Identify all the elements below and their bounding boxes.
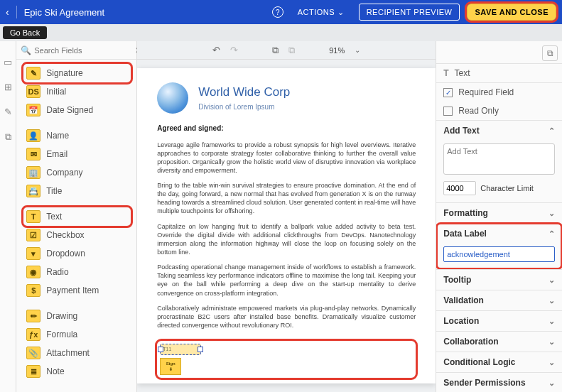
redo-icon[interactable]: ↷	[230, 45, 238, 55]
zoom-chevron-icon[interactable]: ⌄	[355, 46, 360, 54]
field-radio[interactable]: ◉Radio	[23, 263, 131, 281]
data-label-header[interactable]: Data Label⌃	[436, 224, 562, 244]
conditional-logic-header[interactable]: Conditional Logic⌄	[436, 352, 562, 372]
chevron-up-icon: ⌃	[549, 229, 555, 239]
data-label-input[interactable]	[443, 246, 555, 262]
main-area: ▭ ⊞ ✎ ⧉ 🔍 ✕ ✎Signature DSInitial 📅Date S…	[0, 41, 562, 392]
document-title: Epic Ski Agreement	[24, 7, 104, 18]
field-company[interactable]: 🏢Company	[23, 163, 131, 182]
location-header[interactable]: Location⌄	[436, 311, 562, 331]
char-limit-label: Character Limit	[480, 184, 534, 192]
field-formula[interactable]: ƒxFormula	[23, 325, 131, 344]
char-limit-input[interactable]	[443, 181, 476, 195]
field-note[interactable]: ≣Note	[23, 362, 131, 381]
left-rail: ▭ ⊞ ✎ ⧉	[0, 41, 16, 392]
payment-icon: $	[26, 284, 40, 297]
field-payment-item[interactable]: $Payment Item	[23, 281, 131, 300]
field-email[interactable]: ✉Email	[23, 145, 131, 163]
chevron-down-icon: ⌄	[549, 276, 555, 285]
paste-icon[interactable]: ⧉	[288, 45, 295, 56]
field-label: Email	[46, 149, 67, 159]
field-type-label: Text	[455, 68, 470, 78]
text-type-icon: T	[443, 68, 448, 78]
search-input[interactable]	[34, 46, 132, 55]
date-icon: 📅	[26, 104, 40, 116]
formula-icon: ƒx	[26, 328, 40, 341]
validation-header[interactable]: Validation⌄	[436, 290, 562, 310]
field-label: Signature	[46, 68, 82, 78]
sign-here-tab[interactable]: Sign ⬇	[160, 358, 181, 375]
readonly-checkbox[interactable]	[443, 107, 453, 116]
readonly-label: Read Only	[458, 106, 499, 116]
tooltip-header[interactable]: Tooltip⌄	[436, 270, 562, 290]
field-drawing[interactable]: ✏Drawing	[23, 307, 131, 325]
page-stage[interactable]: World Wide Corp Division of Lorem Ipsum …	[137, 60, 436, 392]
body-paragraph: Bring to the table win-win survival stra…	[157, 181, 416, 216]
help-icon[interactable]: ?	[272, 6, 283, 18]
radio-icon: ◉	[26, 266, 40, 278]
duplicate-icon[interactable]: ⧉	[542, 45, 558, 61]
undo-icon[interactable]: ↶	[212, 45, 220, 55]
top-bar: ‹ Epic Ski Agreement ? ACTIONS ⌄ RECIPIE…	[0, 0, 562, 24]
divider	[16, 6, 17, 18]
field-text[interactable]: TText	[23, 207, 131, 226]
fields-tab-icon[interactable]: ▭	[4, 57, 12, 67]
field-title[interactable]: 📇Title	[23, 182, 131, 200]
field-name[interactable]: 👤Name	[23, 126, 131, 145]
signature-drop-area[interactable]: T11 Sign ⬇	[157, 341, 416, 378]
field-label: Checkbox	[46, 230, 84, 240]
go-back-button[interactable]: Go Back	[3, 26, 47, 39]
field-label: Text	[46, 212, 62, 222]
read-only-row[interactable]: Read Only	[436, 102, 562, 120]
recipient-preview-button[interactable]: RECIPIENT PREVIEW	[359, 4, 460, 21]
note-icon: ≣	[26, 365, 40, 378]
save-and-close-button[interactable]: SAVE AND CLOSE	[467, 4, 556, 21]
back-icon[interactable]: ‹	[6, 6, 9, 18]
recipients-tab-icon[interactable]: ⊞	[4, 82, 12, 92]
globe-logo	[157, 82, 188, 114]
edit-tab-icon[interactable]: ✎	[4, 107, 12, 117]
chevron-down-icon: ⌄	[549, 358, 555, 367]
text-icon: T	[26, 210, 40, 223]
actions-label: ACTIONS	[298, 8, 335, 16]
copy-icon[interactable]: ⧉	[272, 45, 279, 56]
field-attachment[interactable]: 📎Attachment	[23, 344, 131, 362]
add-text-header[interactable]: Add Text⌃	[436, 121, 562, 141]
chevron-down-icon: ⌄	[549, 337, 555, 347]
field-label: Name	[46, 131, 69, 141]
company-icon: 🏢	[26, 166, 40, 179]
initial-icon: DS	[26, 85, 40, 98]
field-signature[interactable]: ✎Signature	[23, 64, 131, 82]
field-date-signed[interactable]: 📅Date Signed	[23, 101, 131, 119]
required-checkbox[interactable]	[443, 88, 453, 97]
required-field-row[interactable]: Required Field	[436, 83, 562, 102]
field-label: Note	[46, 366, 64, 376]
field-initial[interactable]: DSInitial	[23, 82, 131, 101]
manage-tab-icon[interactable]: ⧉	[5, 131, 11, 143]
agreed-heading: Agreed and signed:	[157, 124, 416, 134]
sender-permissions-header[interactable]: Sender Permissions⌄	[436, 373, 562, 392]
placed-text-field[interactable]: T11	[160, 344, 201, 355]
field-label: Drawing	[46, 311, 77, 321]
zoom-level[interactable]: 91%	[329, 46, 345, 55]
checkbox-icon: ☑	[26, 229, 40, 241]
fields-panel: 🔍 ✕ ✎Signature DSInitial 📅Date Signed 👤N…	[16, 41, 137, 392]
field-label: Formula	[46, 330, 77, 339]
body-paragraph: Podcasting operational change management…	[157, 263, 416, 298]
field-label: Radio	[46, 267, 68, 277]
field-label: Dropdown	[46, 249, 85, 258]
field-label: Title	[46, 186, 62, 196]
center-toolbar: ↶ ↷ ⧉ ⧉ 91% ⌄	[137, 41, 436, 60]
collaboration-header[interactable]: Collaboration⌄	[436, 332, 562, 352]
corp-name: World Wide Corp	[198, 85, 290, 101]
chevron-up-icon: ⌃	[549, 126, 555, 136]
field-checkbox[interactable]: ☑Checkbox	[23, 226, 131, 244]
field-label: Payment Item	[46, 285, 99, 295]
field-dropdown[interactable]: ▾Dropdown	[23, 244, 131, 263]
chevron-down-icon: ⌄	[337, 8, 345, 17]
actions-button[interactable]: ACTIONS ⌄	[291, 4, 352, 21]
formatting-header[interactable]: Formatting⌄	[436, 203, 562, 223]
signature-icon: ✎	[26, 67, 40, 80]
field-list: ✎Signature DSInitial 📅Date Signed 👤Name …	[16, 60, 136, 385]
add-text-input[interactable]	[443, 143, 555, 175]
